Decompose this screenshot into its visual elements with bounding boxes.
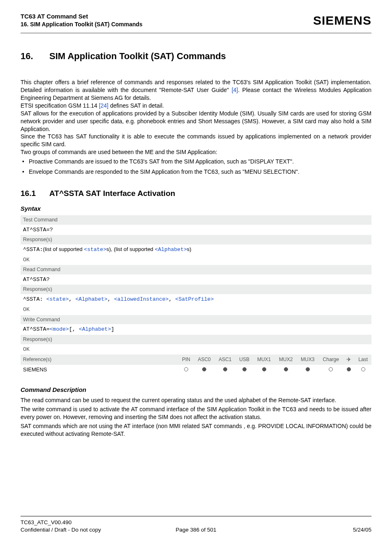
write-ok: OK (23, 346, 30, 352)
col-charge: Charge (318, 355, 343, 365)
filled-circle-icon (223, 367, 227, 371)
ref-header-row: Reference(s) PIN ASC0 ASC1 USB MUX1 MUX2… (21, 355, 371, 365)
cmd-desc-p3: SAT commands which are not using the AT … (21, 422, 371, 438)
intro-p2: ETSI specification GSM 11.14 [24] define… (21, 102, 371, 110)
last-status (355, 365, 371, 375)
open-circle-icon (184, 367, 188, 371)
col-mux3: MUX3 (297, 355, 318, 365)
filled-circle-icon (347, 367, 351, 371)
header-rule (21, 32, 371, 34)
param-state-link[interactable]: <state> (84, 246, 106, 253)
test-resp-prefix: ^SSTA: (23, 246, 43, 253)
brand-logo: SIEMENS (313, 12, 371, 29)
footer-docid: TC63_ATC_V00.490 (21, 519, 138, 526)
filled-circle-icon (306, 367, 310, 371)
mux1-status (253, 365, 275, 375)
comma3: , (168, 296, 175, 302)
test-resp-mid1: (list of supported (43, 246, 84, 252)
col-arrow: ✈ (343, 355, 355, 365)
col-asc1: ASC1 (214, 355, 235, 365)
footer-date: 5/24/05 (254, 526, 371, 534)
comma1: , (69, 296, 75, 302)
section-title-text: AT^SSTA SAT Interface Activation (49, 189, 175, 198)
write-cmd-mid: [, (69, 326, 79, 332)
intro-bullet-1: Proactive Commands are issued to the TC6… (21, 158, 371, 166)
airplane-icon: ✈ (346, 356, 351, 363)
write-response-label: Response(s) (21, 335, 371, 344)
pin-status (178, 365, 194, 375)
open-circle-icon (329, 367, 333, 371)
mux2-status (275, 365, 297, 375)
intro-bullet-2: Envelope Commands are responded to the S… (21, 168, 371, 176)
param-mode-link[interactable]: <mode> (50, 326, 69, 332)
col-mux2: MUX2 (275, 355, 297, 365)
chapter-title-text: SIM Application Toolkit (SAT) Commands (49, 51, 226, 61)
intro-block: This chapter offers a brief reference of… (21, 78, 371, 176)
ref-24-link[interactable]: [24] (99, 102, 108, 109)
intro-p1: This chapter offers a brief reference of… (21, 78, 371, 102)
test-command-label: Test Command (21, 215, 371, 225)
param-state-link-2[interactable]: <state> (46, 296, 69, 302)
asc0-status (194, 365, 215, 375)
intro-p5: Two groups of commands are used between … (21, 148, 371, 156)
ref-4-link[interactable]: [4] (232, 87, 238, 93)
param-alphabet-link[interactable]: <Alphabet> (155, 246, 187, 253)
cmd-desc-p2: The write command is used to activate th… (21, 405, 371, 421)
param-satprofile-link[interactable]: <SatProfile> (175, 296, 214, 302)
read-command-label: Read Command (21, 265, 371, 274)
col-asc0: ASC0 (194, 355, 215, 365)
section-number: 16.1 (21, 188, 49, 199)
col-mux1: MUX1 (253, 355, 275, 365)
intro-p3: SAT allows for the execution of applicat… (21, 110, 371, 133)
footer-rule (21, 516, 371, 516)
read-ok: OK (23, 306, 30, 313)
command-description-heading: Command Description (21, 386, 371, 394)
write-command-line: AT^SSTA=<mode>[, <Alphabet>] (21, 324, 371, 334)
read-response-label: Response(s) (21, 285, 371, 294)
col-pin: PIN (178, 355, 194, 365)
doc-title: TC63 AT Command Set (21, 12, 143, 21)
param-alphabet-link-2[interactable]: <Alphabet> (76, 296, 108, 302)
asc1-status (214, 365, 235, 375)
test-resp-tail: s) (187, 246, 191, 252)
write-command-label: Write Command (21, 315, 371, 325)
comma2: , (108, 296, 114, 302)
footer-conf: Confidential / Draft - Do not copy (21, 526, 138, 534)
references-label: Reference(s) (21, 355, 178, 365)
read-resp-prefix: ^SSTA: (23, 296, 46, 302)
test-ok: OK (23, 257, 30, 263)
arrow-status (343, 365, 355, 375)
usb-status (235, 365, 253, 375)
read-command-text: AT^SSTA? (23, 276, 50, 283)
ref-value-row: SIEMENS (21, 365, 371, 375)
test-resp-mid2: s), (list of supported (106, 246, 155, 252)
syntax-table: Test Command AT^SSTA=? Response(s) ^SSTA… (21, 215, 371, 374)
charge-status (318, 365, 343, 375)
footer-page: Page 386 of 501 (138, 526, 255, 534)
page-header: TC63 AT Command Set 16. SIM Application … (21, 12, 371, 29)
param-allowedinstance-link[interactable]: <allowedInstance> (114, 296, 169, 302)
param-alphabet-link-3[interactable]: <Alphabet> (79, 326, 111, 332)
chapter-number: 16. (21, 50, 49, 62)
cmd-desc-p1: The read command can be used to request … (21, 396, 371, 404)
read-response-line: ^SSTA: <state>, <Alphabet>, <allowedInst… (21, 294, 371, 304)
intro-bullets: Proactive Commands are issued to the TC6… (21, 158, 371, 176)
col-last: Last (355, 355, 371, 365)
filled-circle-icon (202, 367, 206, 371)
header-subtitle: 16. SIM Application Toolkit (SAT) Comman… (21, 21, 143, 28)
mux3-status (297, 365, 318, 375)
syntax-heading: Syntax (21, 205, 371, 213)
references-value: SIEMENS (21, 365, 178, 375)
test-response-label: Response(s) (21, 235, 371, 244)
open-circle-icon (361, 367, 365, 371)
section-heading: 16.1AT^SSTA SAT Interface Activation (21, 188, 371, 199)
intro-p2b: defines SAT in detail. (108, 102, 164, 109)
test-command-text: AT^SSTA=? (23, 227, 53, 233)
page-footer: TC63_ATC_V00.490 Confidential / Draft - … (21, 519, 371, 534)
footer-left: TC63_ATC_V00.490 Confidential / Draft - … (21, 519, 138, 534)
write-cmd-prefix: AT^SSTA= (23, 326, 50, 332)
filled-circle-icon (284, 367, 288, 371)
test-response-line: ^SSTA:(list of supported <state>s), (lis… (21, 244, 371, 255)
intro-p4: Since the TC63 has SAT functionality it … (21, 133, 371, 148)
col-usb: USB (235, 355, 253, 365)
